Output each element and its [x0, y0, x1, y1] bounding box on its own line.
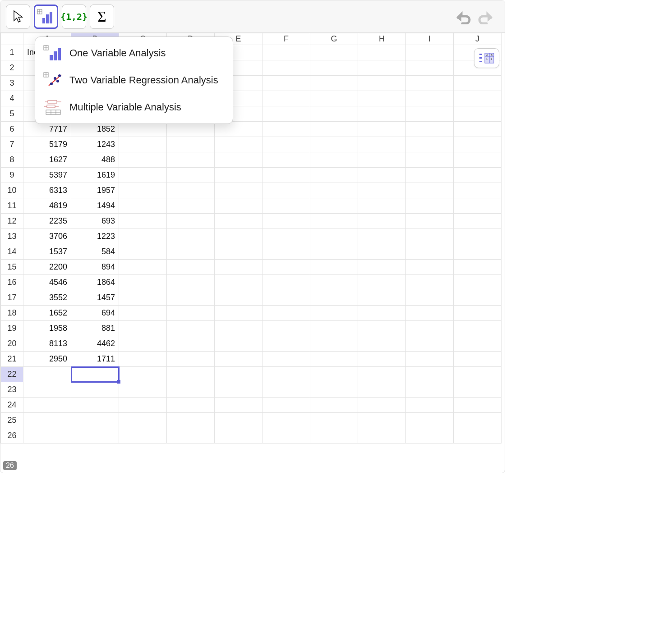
cell[interactable] [215, 244, 262, 260]
cell[interactable] [358, 152, 406, 168]
row-header[interactable]: 21 [1, 352, 23, 367]
cell[interactable] [358, 367, 406, 382]
cell[interactable] [406, 229, 454, 244]
cell[interactable] [262, 336, 310, 352]
cell[interactable] [310, 76, 358, 91]
row-header[interactable]: 22 [1, 367, 23, 382]
cell[interactable]: 5397 [23, 168, 71, 183]
cell[interactable] [167, 168, 215, 183]
cell[interactable] [215, 152, 262, 168]
cell[interactable] [167, 214, 215, 229]
cell[interactable] [310, 214, 358, 229]
cell[interactable] [310, 428, 358, 444]
cell[interactable] [167, 260, 215, 275]
cell[interactable]: 881 [71, 321, 119, 336]
cell[interactable] [167, 413, 215, 428]
cell[interactable] [358, 60, 406, 76]
row-header[interactable]: 24 [1, 398, 23, 413]
cell[interactable] [406, 106, 454, 122]
corner-cell[interactable] [1, 33, 23, 45]
row-header[interactable]: 4 [1, 91, 23, 106]
cell[interactable]: 584 [71, 244, 119, 260]
cell[interactable] [454, 198, 502, 214]
cell[interactable] [215, 428, 262, 444]
cell[interactable] [406, 367, 454, 382]
cell[interactable] [119, 198, 167, 214]
cell[interactable] [454, 352, 502, 367]
cell[interactable] [71, 398, 119, 413]
cell[interactable] [262, 152, 310, 168]
cell[interactable] [167, 137, 215, 152]
undo-button[interactable] [451, 9, 473, 27]
column-header-G[interactable]: G [310, 33, 358, 45]
row-header[interactable]: 16 [1, 275, 23, 290]
cell[interactable] [454, 367, 502, 382]
cell[interactable] [215, 183, 262, 198]
cell[interactable] [71, 382, 119, 398]
cell[interactable] [358, 76, 406, 91]
cell[interactable]: 1711 [71, 352, 119, 367]
cell[interactable] [406, 398, 454, 413]
cell[interactable] [310, 244, 358, 260]
cell[interactable] [215, 336, 262, 352]
cell[interactable]: 693 [71, 214, 119, 229]
cell[interactable] [215, 290, 262, 306]
cell[interactable] [167, 229, 215, 244]
cell[interactable] [358, 106, 406, 122]
cell[interactable] [262, 306, 310, 321]
row-header[interactable]: 2 [1, 60, 23, 76]
cell[interactable] [454, 168, 502, 183]
cell[interactable]: 1537 [23, 244, 71, 260]
cell[interactable] [454, 336, 502, 352]
row-header[interactable]: 20 [1, 336, 23, 352]
cell[interactable] [167, 352, 215, 367]
cell[interactable] [262, 91, 310, 106]
cell[interactable]: 1864 [71, 275, 119, 290]
cell[interactable] [167, 198, 215, 214]
cell[interactable] [310, 290, 358, 306]
cell[interactable] [215, 382, 262, 398]
cell[interactable] [215, 229, 262, 244]
cell[interactable] [310, 321, 358, 336]
cell[interactable] [119, 336, 167, 352]
cell[interactable] [310, 168, 358, 183]
cell[interactable] [454, 413, 502, 428]
row-header[interactable]: 11 [1, 198, 23, 214]
cell[interactable] [119, 244, 167, 260]
cell[interactable] [262, 398, 310, 413]
cell[interactable] [262, 260, 310, 275]
row-header[interactable]: 13 [1, 229, 23, 244]
cell[interactable] [262, 352, 310, 367]
cell[interactable]: 2235 [23, 214, 71, 229]
cell[interactable]: 6313 [23, 183, 71, 198]
cell[interactable] [119, 367, 167, 382]
menu-item-multiple-variable[interactable]: Multiple Variable Analysis [35, 94, 233, 121]
cell[interactable] [310, 198, 358, 214]
cell[interactable] [119, 152, 167, 168]
cell[interactable] [310, 45, 358, 60]
cell[interactable] [71, 367, 119, 382]
cell[interactable] [406, 336, 454, 352]
cell[interactable] [454, 428, 502, 444]
cell[interactable] [358, 336, 406, 352]
cell[interactable] [310, 60, 358, 76]
cell[interactable] [119, 260, 167, 275]
column-header-F[interactable]: F [262, 33, 310, 45]
cell[interactable] [262, 76, 310, 91]
stylebar-toggle-button[interactable]: AB 12 [474, 48, 499, 68]
cell[interactable] [358, 306, 406, 321]
cell[interactable] [119, 183, 167, 198]
cell[interactable] [119, 398, 167, 413]
row-header[interactable]: 25 [1, 413, 23, 428]
cell[interactable] [119, 290, 167, 306]
cell[interactable] [310, 306, 358, 321]
cell[interactable] [406, 413, 454, 428]
column-header-J[interactable]: J [454, 33, 502, 45]
cell[interactable]: 4462 [71, 336, 119, 352]
cell[interactable] [71, 413, 119, 428]
cell[interactable]: 1243 [71, 137, 119, 152]
cell[interactable] [167, 367, 215, 382]
cell[interactable] [167, 152, 215, 168]
cell[interactable] [167, 428, 215, 444]
cell[interactable] [406, 321, 454, 336]
